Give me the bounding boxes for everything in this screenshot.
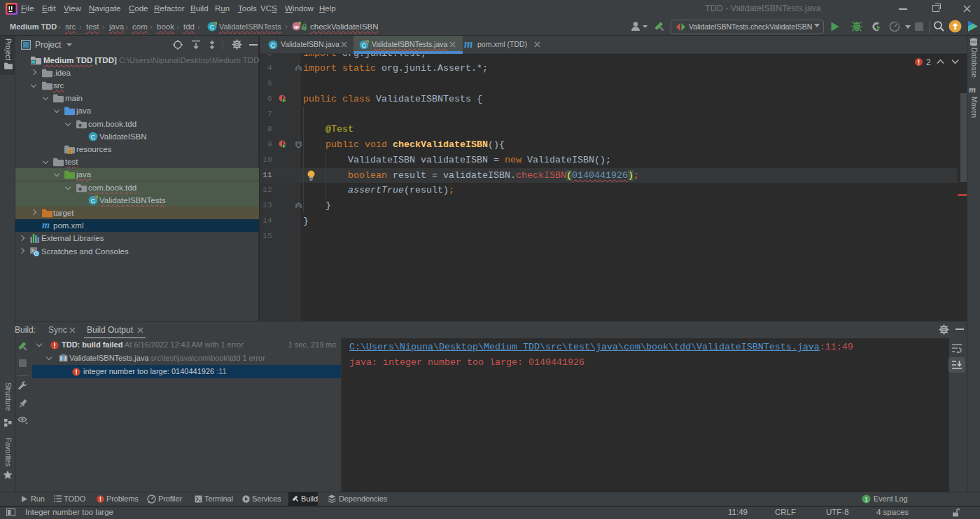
svg-text:C: C	[91, 132, 96, 140]
svg-text:m: m	[294, 23, 299, 30]
svg-text:C: C	[271, 41, 276, 49]
svg-text:1: 1	[864, 496, 868, 503]
